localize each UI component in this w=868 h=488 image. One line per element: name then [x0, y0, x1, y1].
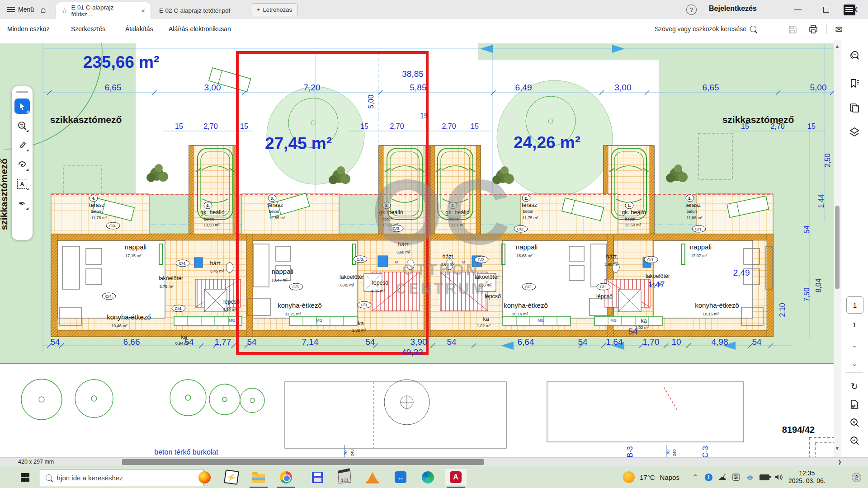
lasso-draw-tool[interactable]	[14, 157, 30, 172]
horizontal-scrollbar[interactable]	[63, 458, 839, 465]
battery-icon[interactable]	[760, 474, 769, 480]
plan-text: 10,16 m²	[512, 312, 528, 316]
search-label: Szöveg vagy eszközök keresése	[655, 25, 746, 33]
plan-text: gk. beálló	[622, 209, 646, 216]
app-acrobat[interactable]: A	[445, 469, 467, 485]
create-button[interactable]: + Létrehozás	[251, 3, 298, 16]
menu-button[interactable]: Menü	[7, 0, 34, 19]
tray-expand-icon[interactable]: ⌃	[691, 473, 700, 481]
plan-text: 16,63 m²	[516, 253, 533, 258]
scroll-down-icon[interactable]: ▼	[834, 445, 841, 452]
page-thumbnails-icon[interactable]	[848, 101, 861, 115]
layers-panel-icon[interactable]	[848, 126, 861, 139]
weather-condition[interactable]: Napos	[660, 474, 679, 481]
comments-panel-icon[interactable]	[848, 49, 861, 62]
plan-text: 2,50	[824, 153, 831, 167]
vertical-scrollbar[interactable]: ▲ ▼	[834, 40, 841, 457]
tab-close-icon[interactable]: ×	[141, 7, 145, 14]
plan-text: 6,66	[123, 337, 140, 347]
app-chrome[interactable]	[275, 469, 297, 485]
mixer-icon[interactable]	[731, 474, 741, 481]
search-tools[interactable]: Szöveg vagy eszközök keresése	[655, 25, 756, 33]
plan-text: 1,64	[606, 337, 623, 347]
plan-text: 2,70	[203, 122, 217, 130]
rotate-refresh-icon[interactable]: ↻	[848, 380, 861, 393]
page-number-box[interactable]: 1	[846, 296, 863, 314]
fill-sign-tool[interactable]: ✒	[14, 196, 30, 211]
plan-text: 1,44	[817, 194, 825, 208]
app-edge[interactable]	[417, 469, 439, 485]
app-winamp[interactable]: ⚡	[221, 469, 242, 485]
menu-all-tools[interactable]: Minden eszköz	[7, 25, 49, 33]
onedrive-cloud-icon[interactable]: ☁̸	[717, 472, 726, 482]
email-button[interactable]: ✉	[833, 23, 845, 35]
star-icon[interactable]: ☆	[61, 7, 67, 15]
plan-text: szikkasztómező	[50, 114, 122, 125]
horizontal-scroll-thumb[interactable]	[122, 459, 484, 465]
app-firefox[interactable]	[193, 469, 215, 485]
prev-page-icon[interactable]: ⌃	[848, 342, 861, 355]
plan-text: C/4.	[109, 224, 117, 228]
select-tool[interactable]	[14, 99, 30, 114]
app-teamviewer[interactable]: ↔	[390, 469, 411, 485]
fit-page-icon[interactable]	[848, 398, 861, 411]
plan-text: 4,98	[712, 337, 728, 347]
app-vlc[interactable]	[362, 469, 383, 485]
help-button[interactable]: ?	[686, 5, 697, 15]
plan-text: 7,14	[302, 337, 319, 347]
plan-text: 27,45 m²	[265, 134, 332, 153]
minimize-button[interactable]: —	[788, 0, 808, 19]
plan-text: nappali	[272, 267, 293, 275]
scroll-up-icon[interactable]: ▲	[834, 42, 841, 50]
app-floppy[interactable]	[307, 469, 328, 485]
restore-button[interactable]	[816, 0, 836, 19]
plan-text: 1,02 m²	[635, 325, 649, 330]
bluetooth-icon[interactable]: ᛒ	[705, 474, 712, 481]
plan-text: 3,45 m²	[210, 269, 224, 273]
plan-text: 6,49	[515, 83, 532, 92]
menu-edit[interactable]: Szerkesztés	[71, 25, 105, 33]
plan-text: 1,02 m²	[352, 328, 366, 333]
menu-convert[interactable]: Átalakítás	[125, 25, 153, 33]
plan-text: lakóelőtér	[646, 273, 670, 279]
plan-text: konyha-étkező	[504, 301, 548, 309]
app-file-explorer[interactable]	[248, 469, 269, 485]
tab-e01[interactable]: ☆ E-01 C-alaprajz földsz... ×	[56, 2, 151, 19]
vertical-scroll-thumb[interactable]	[835, 206, 840, 289]
plan-text: terasz	[685, 202, 701, 208]
bookmarks-panel-icon[interactable]	[848, 77, 861, 90]
tab-e02[interactable]: E-02 C-alaprajz tetőtér.pdf	[154, 2, 236, 19]
fountain-pen-icon: ✒	[19, 198, 26, 209]
zoom-in-icon[interactable]	[848, 416, 861, 429]
taskbar-search[interactable]: Írjon ide a kereséshez	[40, 469, 203, 486]
panel-drag-handle[interactable]	[16, 91, 28, 93]
app-media-player-classic[interactable]: 321	[334, 469, 355, 485]
plan-text: nappali	[690, 243, 712, 251]
plan-text: lépcső	[223, 299, 240, 305]
zoom-out-icon[interactable]	[848, 434, 861, 447]
page-size-label: 420 x 297 mm	[18, 459, 54, 465]
add-text-tool[interactable]: A	[14, 176, 30, 192]
home-button[interactable]: ⌂	[41, 0, 46, 19]
weather-temp[interactable]: 17°C	[640, 474, 655, 481]
plan-text: C/3.	[292, 285, 300, 289]
document-canvas[interactable]: 235,66 m²27,45 m²24,26 m²38,855,856,653,…	[0, 40, 868, 457]
plan-text: 240	[672, 449, 677, 456]
plan-text: beton	[91, 209, 101, 214]
plan-text: 12,85 m²	[269, 216, 285, 220]
volume-icon[interactable]	[774, 474, 783, 480]
clock[interactable]: 12:35 2025. 03. 06.	[788, 469, 826, 485]
next-page-icon[interactable]: ⌄	[848, 357, 861, 371]
weather-sun-icon[interactable]	[623, 471, 635, 483]
device-icon[interactable]	[745, 474, 755, 480]
plan-text: 4.	[206, 203, 210, 208]
sign-in-button[interactable]: Bejelentkezés	[709, 5, 757, 13]
save-button[interactable]	[787, 23, 798, 35]
start-button[interactable]	[21, 473, 29, 482]
menu-esign[interactable]: Aláírás elektronikusan	[169, 25, 231, 33]
highlight-pencil-tool[interactable]	[14, 137, 30, 153]
notification-center-icon[interactable]	[844, 5, 855, 15]
plan-text: 70	[344, 450, 348, 455]
comment-tool[interactable]	[14, 118, 30, 133]
print-button[interactable]	[807, 23, 819, 35]
